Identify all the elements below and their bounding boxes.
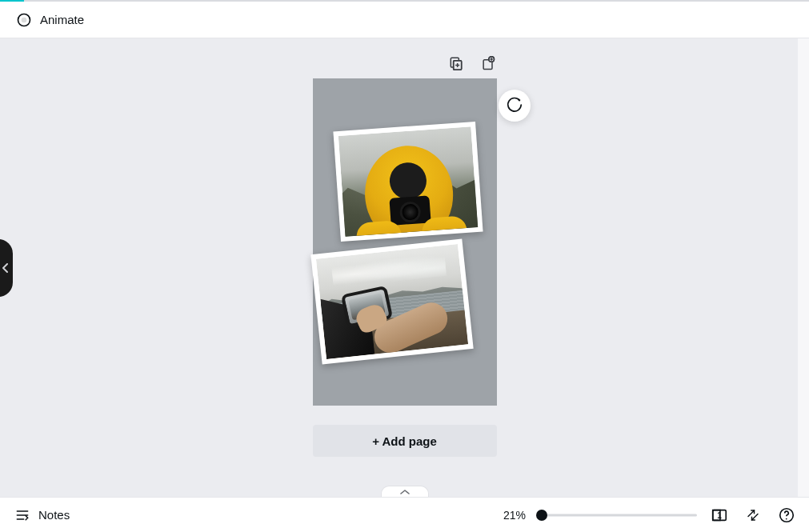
duplicate-page-button[interactable] <box>447 54 465 72</box>
zoom-percent-label[interactable]: 21% <box>495 509 526 522</box>
help-button[interactable] <box>775 504 798 526</box>
header-toolbar: Animate <box>0 2 809 38</box>
animate-label: Animate <box>40 13 84 26</box>
add-page-button[interactable]: + Add page <box>313 425 497 457</box>
add-page-icon <box>480 55 496 71</box>
app-root: Animate <box>0 0 809 532</box>
chevron-left-icon <box>2 263 9 273</box>
notes-icon <box>14 507 30 523</box>
chevron-up-icon <box>400 489 410 495</box>
page-tools <box>313 53 497 74</box>
photo-1-image <box>338 126 477 236</box>
page-count-badge: 1 <box>717 510 722 519</box>
zoom-slider[interactable] <box>537 507 697 523</box>
vertical-scrollbar[interactable] <box>798 38 809 497</box>
animate-icon <box>16 12 32 28</box>
help-icon <box>778 506 795 524</box>
photo-2-image <box>315 244 467 359</box>
page-wrap: + Add page <box>313 53 497 457</box>
fullscreen-icon <box>746 508 760 522</box>
zoom-slider-track <box>537 514 697 516</box>
zoom-controls: 21% <box>495 507 697 523</box>
notes-label: Notes <box>38 508 70 522</box>
bottom-collapse-tab[interactable] <box>381 486 429 497</box>
duplicate-icon <box>448 55 464 71</box>
canvas-area[interactable]: + Add page <box>0 38 809 497</box>
add-page-above-button[interactable] <box>479 54 497 72</box>
zoom-slider-thumb[interactable] <box>536 510 547 521</box>
svg-point-11 <box>786 518 787 519</box>
sparkle-refresh-icon <box>506 97 523 114</box>
svg-point-1 <box>22 17 27 22</box>
design-page[interactable] <box>313 78 497 406</box>
photo-frame-1[interactable] <box>333 122 483 242</box>
footer-bar: Notes 21% 1 <box>0 497 809 532</box>
magic-fab-button[interactable] <box>499 90 531 122</box>
grid-view-button[interactable]: 1 <box>708 504 731 526</box>
notes-button[interactable]: Notes <box>11 502 73 528</box>
fullscreen-button[interactable] <box>742 504 764 526</box>
photo-frame-2[interactable] <box>310 238 473 364</box>
animate-button[interactable]: Animate <box>11 6 89 34</box>
add-page-label: + Add page <box>372 434 437 448</box>
sidebar-collapse-tab[interactable] <box>0 239 13 297</box>
